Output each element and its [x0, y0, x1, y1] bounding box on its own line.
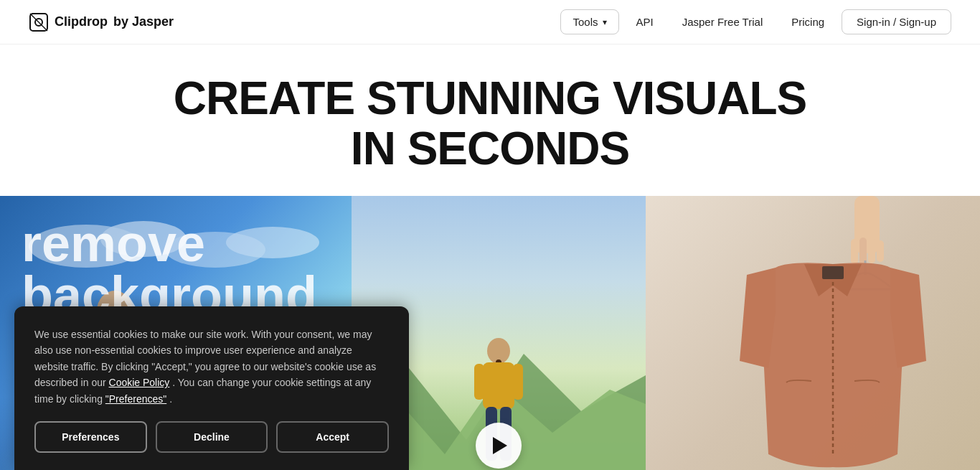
cookie-period: .	[169, 393, 172, 405]
svg-rect-18	[474, 364, 484, 400]
accept-button[interactable]: Accept	[276, 421, 389, 453]
navbar: Clipdrop by Jasper Tools ▾ API Jasper Fr…	[0, 0, 980, 44]
tools-label: Tools	[573, 16, 598, 28]
nav-links: Tools ▾ API Jasper Free Trial Pricing Si…	[560, 9, 951, 34]
cookie-buttons: Preferences Decline Accept	[34, 421, 389, 453]
jasper-trial-link[interactable]: Jasper Free Trial	[671, 10, 775, 34]
hero-section: CREATE STUNNING VISUALS IN SECONDS	[0, 44, 980, 189]
play-button[interactable]	[476, 423, 522, 469]
cookie-banner: We use essential cookies to make our sit…	[14, 306, 409, 470]
hero-title-line1: CREATE STUNNING VISUALS	[174, 72, 807, 124]
svg-line-2	[30, 14, 47, 31]
play-icon	[493, 437, 507, 454]
preferences-button[interactable]: Preferences	[34, 421, 147, 453]
chevron-down-icon: ▾	[603, 17, 607, 27]
logo-text: Clipdrop	[55, 14, 108, 29]
api-link[interactable]: API	[625, 10, 665, 34]
svg-rect-22	[854, 196, 880, 253]
logo-suffix: by Jasper	[113, 14, 174, 29]
cookie-policy-link[interactable]: Cookie Policy	[109, 377, 170, 388]
logo-icon	[29, 12, 49, 32]
remove-text-line1: remove	[22, 215, 205, 272]
svg-rect-29	[822, 266, 844, 279]
cookie-body-text: We use essential cookies to make our sit…	[34, 326, 389, 407]
jacket-garment	[732, 253, 933, 470]
panel-jacket	[646, 196, 980, 470]
logo[interactable]: Clipdrop by Jasper	[29, 12, 174, 32]
decline-button[interactable]: Decline	[156, 421, 268, 453]
pricing-link[interactable]: Pricing	[780, 10, 836, 34]
svg-rect-17	[483, 362, 514, 409]
signin-button[interactable]: Sign-in / Sign-up	[842, 9, 951, 34]
remove-background-text: remove background	[22, 217, 317, 321]
svg-rect-19	[513, 364, 523, 400]
hero-title-line2: IN SECONDS	[351, 123, 629, 174]
preferences-inline-link[interactable]: "Preferences"	[105, 393, 166, 405]
tools-menu-button[interactable]: Tools ▾	[560, 9, 618, 34]
hero-title: CREATE STUNNING VISUALS IN SECONDS	[14, 73, 966, 174]
